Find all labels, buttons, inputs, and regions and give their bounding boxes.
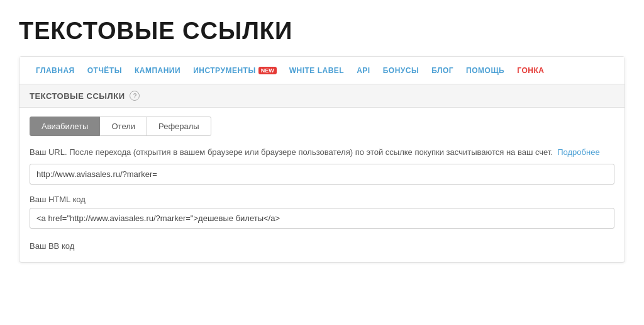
section-title: ТЕКСТОВЫЕ ССЫЛКИ — [30, 91, 125, 101]
tab-hotels[interactable]: Отели — [99, 117, 147, 136]
nav-badge-tools: NEW — [258, 67, 277, 74]
content-area: Ваш URL. После перехода (открытия в ваше… — [19, 136, 625, 262]
navigation: ГЛАВНАЯОТЧЁТЫКАМПАНИИИНСТРУМЕНТЫNEWWHITE… — [19, 57, 625, 84]
nav-item-race[interactable]: ГОНКА — [511, 57, 550, 84]
bb-label: Ваш BB код — [30, 241, 614, 251]
url-more-link[interactable]: Подробнее — [557, 147, 599, 157]
page-title: ТЕКСТОВЫЕ ССЫЛКИ — [19, 0, 625, 56]
html-input[interactable] — [30, 208, 614, 229]
url-input[interactable] — [30, 164, 614, 185]
help-icon[interactable]: ? — [130, 91, 140, 101]
nav-item-reports[interactable]: ОТЧЁТЫ — [81, 57, 128, 84]
tab-avia[interactable]: Авиабилеты — [30, 117, 100, 136]
html-label: Ваш HTML код — [30, 195, 614, 204]
tabs-row: АвиабилетыОтелиРефералы — [19, 108, 625, 136]
nav-item-bonuses[interactable]: БОНУСЫ — [377, 57, 426, 84]
nav-item-blog[interactable]: БЛОГ — [425, 57, 460, 84]
tab-referrals[interactable]: Рефералы — [147, 117, 211, 136]
nav-item-tools[interactable]: ИНСТРУМЕНТЫNEW — [187, 57, 283, 84]
url-description: Ваш URL. После перехода (открытия в ваше… — [30, 146, 614, 159]
nav-item-home[interactable]: ГЛАВНАЯ — [30, 57, 81, 84]
section-header: ТЕКСТОВЫЕ ССЫЛКИ ? — [19, 84, 625, 108]
main-card: ГЛАВНАЯОТЧЁТЫКАМПАНИИИНСТРУМЕНТЫNEWWHITE… — [19, 56, 625, 263]
nav-item-whitelabel[interactable]: WHITE LABEL — [283, 57, 351, 84]
nav-item-api[interactable]: API — [350, 57, 377, 84]
nav-item-campaigns[interactable]: КАМПАНИИ — [128, 57, 187, 84]
nav-item-help[interactable]: ПОМОЩЬ — [460, 57, 511, 84]
